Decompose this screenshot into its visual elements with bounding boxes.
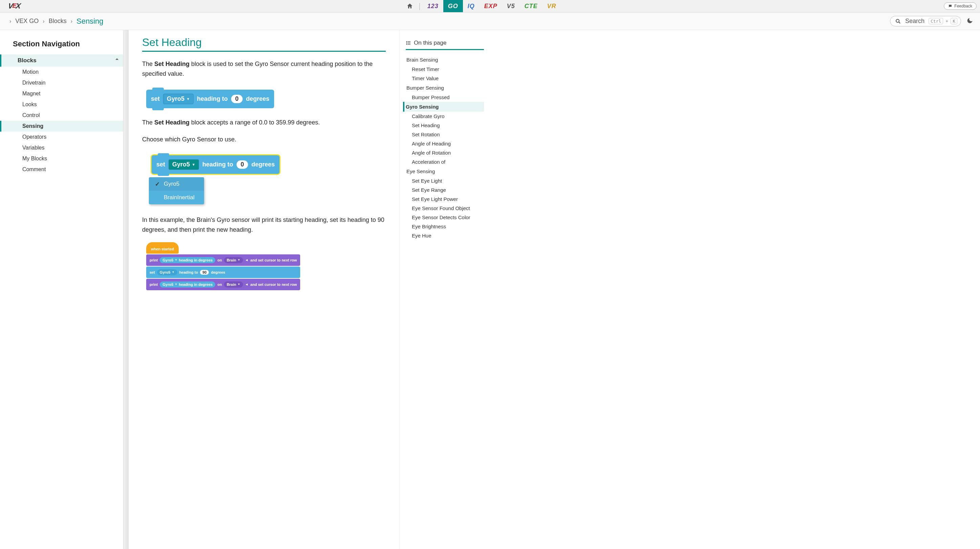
sidebar-item-drivetrain[interactable]: Drivetrain — [0, 78, 129, 88]
toc-item-brain-sensing[interactable]: Brain Sensing — [406, 55, 484, 65]
sidebar-item-comment[interactable]: Comment — [0, 164, 129, 175]
toc-item-acceleration-of[interactable]: Acceleration of — [406, 157, 484, 167]
svg-point-7 — [406, 44, 407, 44]
sidebar-root-blocks[interactable]: Blocks⌃ — [0, 54, 129, 67]
breadcrumb-bar: › VEX GO › Blocks › Sensing Search Ctrl+… — [0, 13, 980, 30]
top-bar: VEX | 123GOIQEXPV5CTEVR Feedback — [0, 0, 980, 13]
toc-item-reset-timer[interactable]: Reset Timer — [406, 65, 484, 74]
toc-item-eye-sensing[interactable]: Eye Sensing — [406, 167, 484, 176]
toc-item-eye-hue[interactable]: Eye Hue — [406, 231, 484, 240]
toc-item-angle-of-rotation[interactable]: Angle of Rotation — [406, 148, 484, 157]
when-started-hat: when started — [146, 242, 179, 254]
vex-logo: VEX — [8, 2, 21, 11]
dropdown-option-gyro5: Gyro5 — [149, 177, 204, 191]
top-nav: | 123GOIQEXPV5CTEVR — [403, 2, 561, 11]
cursor-icon: ◄ — [245, 258, 248, 262]
moon-icon — [966, 17, 973, 24]
search-icon — [895, 18, 901, 24]
toc-item-gyro-sensing[interactable]: Gyro Sensing — [403, 102, 484, 112]
section-nav-title: Section Navigation — [0, 40, 129, 54]
sidebar-item-variables[interactable]: Variables — [0, 143, 129, 153]
main-content: Set Heading The Set Heading block is use… — [129, 30, 399, 549]
toc-item-calibrate-gyro[interactable]: Calibrate Gyro — [406, 112, 484, 121]
range-paragraph: The Set Heading block accepts a range of… — [142, 118, 386, 127]
nav-v5[interactable]: V5 — [502, 0, 520, 12]
page-title: Set Heading — [142, 36, 386, 52]
crumb-blocks[interactable]: Blocks — [49, 17, 67, 25]
chevron-down-icon: ▼ — [172, 271, 175, 274]
toc-item-bumper-pressed[interactable]: Bumper Pressed — [406, 93, 484, 102]
toc-item-set-eye-range[interactable]: Set Eye Range — [406, 186, 484, 195]
svg-point-0 — [896, 19, 899, 22]
chevron-right-icon: › — [10, 18, 11, 24]
svg-point-6 — [406, 43, 407, 43]
crumb-vex-go[interactable]: VEX GO — [15, 17, 38, 25]
sidebar-item-operators[interactable]: Operators — [0, 132, 129, 143]
search-shortcut: Ctrl+K — [929, 18, 957, 24]
set-heading-block-highlighted: set Gyro5▼ heading to 0 degrees — [151, 155, 280, 174]
crumb-current: Sensing — [76, 17, 103, 26]
chevron-down-icon: ▼ — [237, 283, 240, 286]
toc-item-set-rotation[interactable]: Set Rotation — [406, 130, 484, 139]
toc-item-set-eye-light-power[interactable]: Set Eye Light Power — [406, 195, 484, 204]
sidebar-item-motion[interactable]: Motion — [0, 67, 129, 78]
sidebar-item-my-blocks[interactable]: My Blocks — [0, 153, 129, 164]
breadcrumb: › VEX GO › Blocks › Sensing — [10, 17, 103, 26]
value-input: 0 — [231, 95, 243, 103]
toc-item-angle-of-heading[interactable]: Angle of Heading — [406, 139, 484, 148]
svg-line-1 — [899, 22, 900, 23]
scroll-up-arrow-icon[interactable]: ▲ — [125, 32, 128, 35]
section-navigation: ▲ Section Navigation Blocks⌃MotionDrivet… — [0, 30, 129, 549]
chevron-down-icon: ▼ — [237, 259, 240, 262]
cursor-icon: ◄ — [245, 282, 248, 286]
sidebar-item-magnet[interactable]: Magnet — [0, 88, 129, 99]
toc-item-eye-brightness[interactable]: Eye Brightness — [406, 222, 484, 231]
example-row-print1: print Gyro5▼heading in degrees on Brain▼… — [146, 254, 300, 266]
example-row-set: set Gyro5▼ heading to 90 degrees — [146, 267, 300, 278]
nav-go[interactable]: GO — [443, 0, 463, 12]
chevron-right-icon: › — [43, 18, 45, 24]
chevron-down-icon: ▼ — [175, 259, 177, 262]
nav-123[interactable]: 123 — [423, 0, 443, 12]
toc-item-set-heading[interactable]: Set Heading — [406, 121, 484, 130]
feedback-label: Feedback — [954, 4, 972, 8]
toc-header: On this page — [406, 40, 484, 50]
choose-sensor-paragraph: Choose which Gyro Sensor to use. — [142, 135, 386, 144]
nav-vr[interactable]: VR — [542, 0, 561, 12]
chevron-down-icon: ▼ — [192, 163, 195, 167]
chevron-up-icon: ⌃ — [115, 57, 119, 64]
toc-item-bumper-sensing[interactable]: Bumper Sensing — [406, 83, 484, 93]
device-dropdown-open: Gyro5▼ — [169, 159, 199, 170]
nav-exp[interactable]: EXP — [479, 0, 502, 12]
theme-toggle[interactable] — [966, 17, 973, 25]
toc-item-timer-value[interactable]: Timer Value — [406, 74, 484, 83]
sidebar-item-sensing[interactable]: Sensing — [0, 121, 129, 132]
device-dropdown-menu: Gyro5 BrainInertial — [149, 177, 204, 204]
home-icon[interactable] — [406, 3, 413, 10]
chevron-down-icon: ▼ — [186, 97, 190, 101]
chevron-right-icon: › — [71, 18, 72, 24]
sidebar-item-looks[interactable]: Looks — [0, 99, 129, 110]
nav-cte[interactable]: CTE — [520, 0, 542, 12]
example-block-stack: when started print Gyro5▼heading in degr… — [146, 242, 300, 290]
chat-icon — [948, 4, 952, 8]
on-this-page: On this page Brain SensingReset TimerTim… — [399, 30, 484, 549]
logo-area[interactable]: VEX — [8, 2, 20, 11]
example-row-print2: print Gyro5▼heading in degrees on Brain▼… — [146, 279, 300, 290]
search-button[interactable]: Search Ctrl+K — [890, 16, 961, 26]
nav-iq[interactable]: IQ — [463, 0, 479, 12]
dropdown-option-braininertial: BrainInertial — [149, 191, 204, 204]
search-label: Search — [905, 17, 924, 25]
set-heading-block-preview: set Gyro5▼ heading to 0 degrees — [146, 90, 274, 108]
feedback-button[interactable]: Feedback — [944, 2, 977, 10]
chevron-down-icon: ▼ — [175, 283, 177, 286]
toc-item-set-eye-light[interactable]: Set Eye Light — [406, 176, 484, 186]
toc-item-eye-sensor-found-object[interactable]: Eye Sensor Found Object — [406, 204, 484, 213]
nav-divider: | — [418, 2, 421, 11]
device-dropdown: Gyro5▼ — [163, 94, 194, 104]
example-paragraph: In this example, the Brain's Gyro sensor… — [142, 215, 386, 235]
list-icon — [406, 40, 411, 46]
intro-paragraph: The Set Heading block is used to set the… — [142, 59, 386, 79]
sidebar-item-control[interactable]: Control — [0, 110, 129, 121]
toc-item-eye-sensor-detects-color[interactable]: Eye Sensor Detects Color — [406, 213, 484, 222]
